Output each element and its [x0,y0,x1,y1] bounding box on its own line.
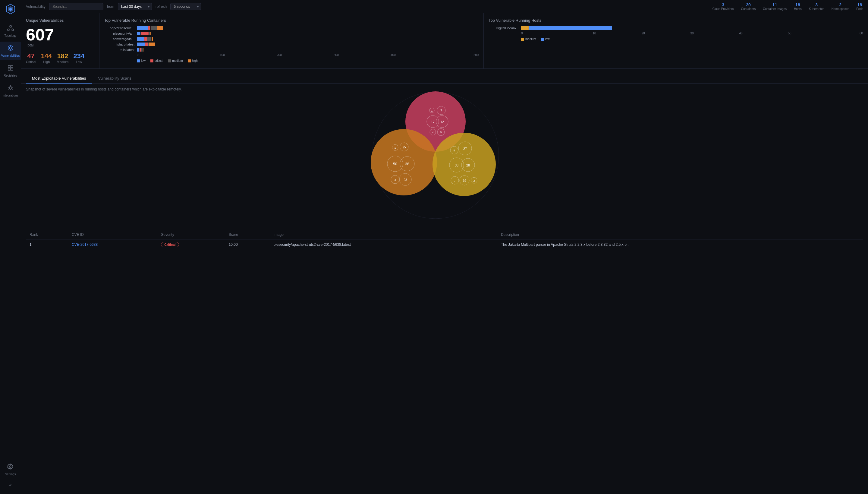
stat-num: 2 [831,2,849,7]
sidebar-item-registries[interactable]: Registries [0,61,21,80]
cell-severity: Critical [157,240,225,250]
bar-critical [141,32,149,35]
svg-point-4 [7,29,9,31]
hosts-panel: Top Vulnerable Running Hosts DigitalOcea… [484,13,868,69]
vuln-stat-label: High [41,60,52,64]
topbar-stats: 3Cloud Providers20Containers11Container … [712,2,863,11]
integrations-icon [7,84,14,93]
bar-container [137,32,479,35]
legend-dot [541,38,544,41]
legend-item: high [188,59,198,62]
containers-legend: lowcriticalmediumhigh [137,59,479,62]
bar-low [137,37,144,41]
sidebar-collapse[interactable]: « [3,479,17,490]
sidebar-item-label: Settings [5,473,16,476]
bar-high [157,26,163,30]
table-row: 1 CVE-2017-5638 Critical 10.00 piesecuri… [26,240,863,250]
app-logo[interactable] [4,3,17,15]
bar-low [137,42,145,46]
vuln-stat-num: 234 [73,52,84,60]
svg-point-19 [9,466,11,468]
search-input[interactable] [49,3,103,10]
vulnerabilities-table: Rank CVE ID Severity Score Image Descrip… [26,230,863,250]
svg-rect-17 [11,68,13,70]
vuln-stat-num: 144 [41,52,52,60]
stat-item: 3Kubernetes [809,2,824,11]
stat-num: 3 [809,2,824,7]
tab[interactable]: Most Exploitable Vulnerabilities [26,74,92,83]
legend-item: critical [151,59,163,62]
svg-point-5 [12,29,14,31]
sidebar-item-vulnerabilities[interactable]: Vulnerabilities [0,42,21,60]
bar-medium [148,42,149,46]
legend-label: medium [172,59,183,62]
col-image: Image [270,230,497,240]
legend-label: high [192,59,198,62]
stat-item: 20Containers [741,2,755,11]
date-select[interactable]: Last 30 days Last 7 days Last 24 hours [118,3,152,10]
vuln-stat-num: 47 [26,52,36,60]
svg-point-9 [9,47,12,49]
legend-label: low [545,37,550,41]
svg-text:27: 27 [463,147,467,151]
sidebar-item-integrations[interactable]: Integrations [0,81,21,100]
svg-text:25: 25 [402,146,406,149]
vuln-stats: 47Critical144High182Medium234Low [26,52,94,64]
svg-text:5: 5 [440,131,441,134]
stat-label: Hosts [794,7,802,11]
svg-text:17: 17 [431,120,435,124]
bar-medium [149,32,150,35]
stat-num: 11 [763,2,787,7]
bar-container [137,26,479,30]
bar-container [137,42,479,46]
svg-rect-16 [8,68,10,70]
svg-line-7 [11,27,13,29]
stat-num: 20 [741,2,755,7]
vuln-stat: 182Medium [57,52,68,64]
bar-row: piesecurity/a... [104,32,479,35]
topbar: Vulnerability from Last 30 days Last 7 d… [21,0,868,13]
sidebar-item-topology[interactable]: Topology [0,22,21,40]
unique-vulns-panel: Unique Vulnerabilities 607 Total 47Criti… [21,13,99,69]
tab-description: Snapshot of severe vulnerabilities in ru… [26,87,863,91]
bar-container [137,48,479,52]
bar-critical [144,37,147,41]
high-bubble[interactable] [371,129,437,195]
bar-high [152,37,153,41]
bar-low [137,32,140,35]
svg-text:4: 4 [432,131,433,134]
bar-row: convertigo/la... [104,37,479,41]
stat-item: 11Container Images [763,2,787,11]
vuln-stat: 144High [41,52,52,64]
tab[interactable]: Vulnerability Scans [92,74,137,83]
bar-high [151,32,151,35]
hosts-legend: mediumlow [521,37,863,41]
unique-vulns-title: Unique Vulnerabilities [26,18,94,23]
containers-panel: Top Vulnerable Running Containers php-ze… [99,13,484,69]
bubble-chart-section: 1 7 17 12 4 5 1 25 [26,95,863,228]
from-label: from [107,4,114,9]
svg-text:7: 7 [440,109,442,113]
legend-item: low [137,59,145,62]
vuln-total: 607 [26,26,94,43]
vuln-stat-label: Medium [57,60,68,64]
stat-label: Cloud Providers [712,7,734,11]
bar-container [137,37,479,41]
sidebar-item-settings[interactable]: Settings [3,460,17,479]
stat-item: 3Cloud Providers [712,2,734,11]
refresh-select[interactable]: 5 seconds 10 seconds 30 seconds [170,3,201,10]
svg-text:50: 50 [393,162,397,166]
vuln-stat-label: Low [73,60,84,64]
hosts-bar-chart: DigitalOcean-... [489,26,863,30]
sidebar-item-label: Topology [4,34,16,37]
bar-medium [151,26,157,30]
bar-low [137,48,139,52]
svg-text:23: 23 [403,178,407,182]
svg-text:19: 19 [462,179,466,183]
legend-label: medium [525,37,536,41]
stat-label: Namespaces [831,7,849,11]
legend-item: medium [521,37,536,41]
bar-container [521,26,863,30]
svg-text:7: 7 [454,179,455,182]
medium-bubble[interactable] [433,133,496,196]
